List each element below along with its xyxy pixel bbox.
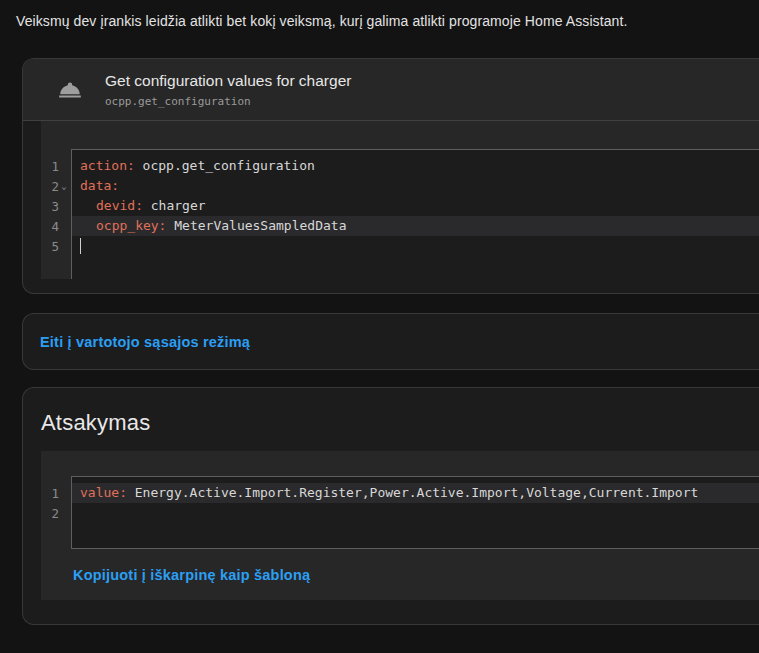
response-card: Atsakymas 1 2 value: Energy.Active.Impor…	[22, 387, 759, 625]
code-line[interactable]	[72, 503, 759, 523]
service-id: ocpp.get_configuration	[105, 95, 351, 108]
fold-chevron-icon[interactable]: ⌄	[59, 181, 69, 191]
line-number: 3	[41, 196, 71, 216]
room-service-icon	[57, 77, 83, 103]
response-editor-gutter: 1 2	[41, 476, 71, 523]
code-line-active[interactable]: value: Energy.Active.Import.Register,Pow…	[72, 483, 759, 503]
line-number: 1	[41, 483, 71, 503]
code-line-active[interactable]: ocpp_key: MeterValuesSampledData	[72, 216, 759, 236]
yaml-editor-panel: 1 2⌄ 3 4 5 action: ocpp.get_configuratio…	[41, 121, 759, 279]
dev-tools-actions-page: Veiksmų dev įrankis leidžia atlikti bet …	[0, 0, 759, 653]
service-card-titles: Get configuration values for charger ocp…	[105, 71, 351, 108]
line-number: 1	[41, 156, 71, 176]
line-number: 4	[41, 216, 71, 236]
yaml-editor-gutter: 1 2⌄ 3 4 5	[41, 149, 71, 256]
response-editor-panel: 1 2 value: Energy.Active.Import.Register…	[41, 451, 759, 600]
response-title: Atsakymas	[41, 410, 759, 436]
copy-template-link[interactable]: Kopijuoti į iškarpinę kaip šabloną	[73, 567, 310, 583]
service-card-header: Get configuration values for charger ocp…	[23, 59, 759, 121]
page-description: Veiksmų dev įrankis leidžia atlikti bet …	[16, 13, 749, 29]
line-number: 2⌄	[41, 176, 71, 196]
line-number: 5	[41, 236, 71, 256]
ui-mode-link-band: Eiti į vartotojo sąsajos režimą	[22, 313, 759, 370]
service-call-card: Get configuration values for charger ocp…	[22, 58, 759, 294]
text-cursor	[80, 238, 81, 254]
yaml-editor-code-area[interactable]: action: ocpp.get_configuration data: dev…	[71, 149, 759, 279]
response-editor-code-area[interactable]: value: Energy.Active.Import.Register,Pow…	[71, 476, 759, 549]
ui-mode-link[interactable]: Eiti į vartotojo sąsajos režimą	[40, 334, 250, 350]
service-title: Get configuration values for charger	[105, 71, 351, 90]
copy-link-row: Kopijuoti į iškarpinę kaip šabloną	[73, 566, 310, 584]
code-line[interactable]	[72, 236, 759, 256]
code-line[interactable]: data:	[72, 176, 759, 196]
code-line[interactable]: action: ocpp.get_configuration	[72, 156, 759, 176]
code-line[interactable]: devid: charger	[72, 196, 759, 216]
line-number: 2	[41, 503, 71, 523]
